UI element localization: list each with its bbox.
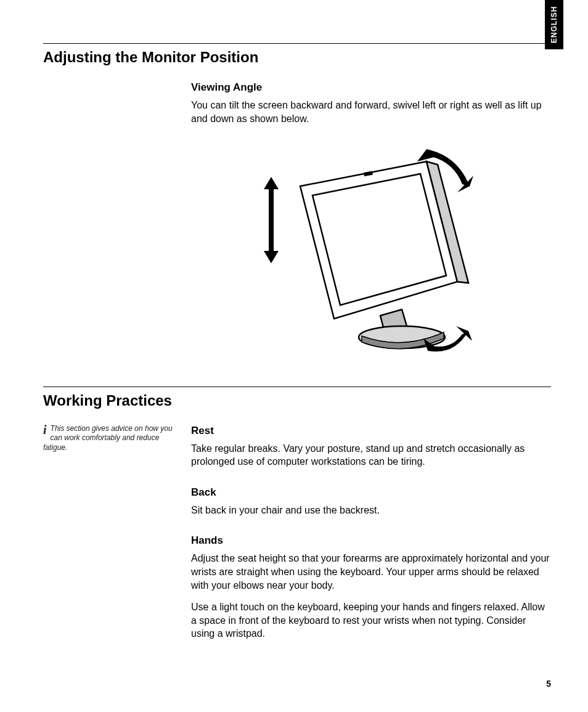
section1-sidebar — [43, 81, 191, 387]
monitor-figure — [191, 140, 551, 366]
para-viewing-angle: You can tilt the screen backward and for… — [191, 99, 551, 125]
section1-content: Viewing Angle You can tilt the screen ba… — [191, 81, 551, 387]
language-tab: ENGLISH — [545, 0, 563, 49]
section-title-adjusting: Adjusting the Monitor Position — [43, 49, 551, 66]
para-hands-2: Use a light touch on the keyboard, keepi… — [191, 600, 551, 640]
section-rule — [43, 387, 551, 387]
para-rest: Take regular breaks. Vary your posture, … — [191, 442, 551, 469]
sidebar-note: i This section gives advice on how you c… — [43, 424, 191, 649]
section2-content: Rest Take regular breaks. Vary your post… — [191, 424, 551, 649]
heading-viewing-angle: Viewing Angle — [191, 81, 551, 95]
heading-rest: Rest — [191, 424, 551, 438]
section1-body: Viewing Angle You can tilt the screen ba… — [43, 81, 551, 387]
section-rule — [43, 43, 551, 44]
info-icon: i — [43, 424, 47, 435]
page-number: 5 — [546, 679, 551, 689]
monitor-illustration-icon — [242, 140, 500, 362]
section2-body: i This section gives advice on how you c… — [43, 424, 551, 649]
para-hands-1: Adjust the seat height so that your fore… — [191, 552, 551, 592]
heading-back: Back — [191, 486, 551, 500]
heading-hands: Hands — [191, 534, 551, 548]
document-page: ENGLISH Adjusting the Monitor Position V… — [0, 0, 588, 712]
para-back: Sit back in your chair and use the backr… — [191, 504, 551, 517]
sidebar-note-text: This section gives advice on how you can… — [43, 424, 173, 452]
section-title-working-practices: Working Practices — [43, 392, 551, 409]
